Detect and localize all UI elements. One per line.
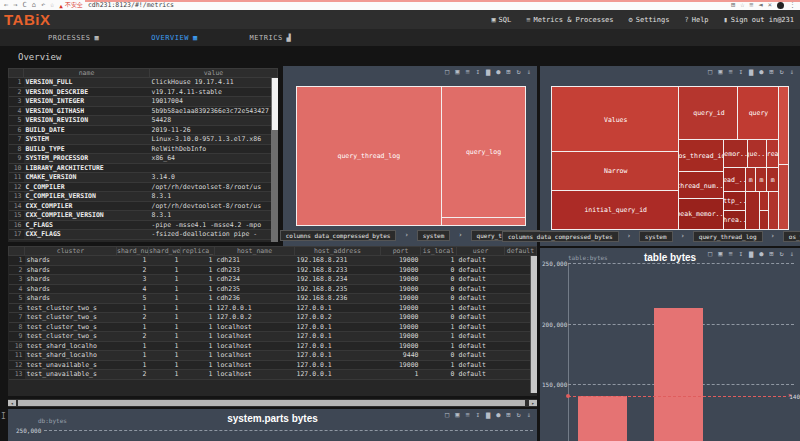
table-row[interactable]: 13C_COMPILER_VERSION8.3.1 xyxy=(9,192,278,202)
scrollbar-thumb[interactable] xyxy=(18,400,525,406)
column-header[interactable]: shard_we xyxy=(149,247,181,256)
back-icon[interactable]: ← xyxy=(4,0,8,10)
table-row[interactable]: 9test_cluster_two_s211localhost127.0.0.1… xyxy=(9,332,537,342)
table-row[interactable]: 1shards111cdh231192.168.8.231190001defau… xyxy=(9,256,537,266)
column-header[interactable]: value xyxy=(150,69,278,78)
treemap-cell[interactable]: m xyxy=(756,168,767,192)
chart-type-icon[interactable]: ▆ xyxy=(749,68,753,76)
table-row[interactable]: 3shards311cdh234192.168.8.234190000defau… xyxy=(9,275,537,285)
treemap-cell[interactable] xyxy=(760,192,769,210)
breadcrumb-item[interactable]: columns data_compressed_bytes xyxy=(502,231,619,242)
table-row[interactable]: 11test_shard_localho111localhost127.0.0.… xyxy=(9,351,537,361)
column-header[interactable]: is_local xyxy=(421,247,457,256)
treemap-cell[interactable]: query_thread_log xyxy=(297,87,441,225)
treemap-cell[interactable]: os_thread_id xyxy=(679,140,724,173)
treemap-cell[interactable]: read_... xyxy=(724,168,745,192)
treemap-cell[interactable]: threa... xyxy=(724,211,745,229)
table-row[interactable]: 5shards511cdh236192.168.8.236190000defau… xyxy=(9,294,537,304)
pin-icon[interactable]: ▣ xyxy=(718,68,722,76)
treemap-cell[interactable]: peak_memor... xyxy=(679,199,724,229)
treemap-cell[interactable]: m xyxy=(746,168,757,192)
bar[interactable] xyxy=(578,396,627,441)
table-row[interactable]: 4VERSION_GITHASH5b9b58ae1aa8392366e3c72e… xyxy=(9,106,278,116)
table-row[interactable]: 15CXX_COMPILER_VERSION8.3.1 xyxy=(9,211,278,221)
treemap-cell[interactable]: Values xyxy=(552,87,679,152)
scrollbar-thumb[interactable] xyxy=(272,78,278,130)
treemap-cell[interactable]: query_id xyxy=(679,87,738,140)
treemap-cell[interactable]: http_... xyxy=(724,192,745,210)
table-row[interactable]: 1VERSION_FULLClickHouse 19.17.4.11 xyxy=(9,78,278,88)
scroll-left-arrow[interactable]: ◂ xyxy=(8,400,16,406)
table-row[interactable]: 13test_unavailable_s211localhost127.0.0.… xyxy=(9,370,537,380)
table-row[interactable]: 17CXX_FLAGS-fsized-deallocation pipe - xyxy=(9,230,278,240)
breadcrumb-item[interactable]: query_thread_log xyxy=(693,231,763,242)
table-row[interactable]: 7test_cluster_two_s211127.0.0.2127.0.0.2… xyxy=(9,313,537,323)
table-row[interactable]: 16C_FLAGS-pipe -msse4.1 -msse4.2 -mpo xyxy=(9,220,278,230)
download-icon[interactable]: ⇓ xyxy=(790,68,794,76)
table-row[interactable]: 8BUILD_TYPERelWithDebInfo xyxy=(9,144,278,154)
menu-metrics-processes[interactable]: ≡ Metrics & Processes xyxy=(526,16,613,24)
scroll-right-arrow[interactable]: ▸ xyxy=(529,400,537,406)
download-icon[interactable]: ⇓ xyxy=(527,68,531,76)
server-info-table[interactable]: namevalue1VERSION_FULLClickHouse 19.17.4… xyxy=(8,68,278,240)
table-row[interactable]: 9SYSTEM_PROCESSORx86_64 xyxy=(9,154,278,164)
treemap-cell[interactable]: query_log xyxy=(442,87,525,217)
export-icon[interactable]: ↧ xyxy=(739,68,743,76)
home-icon[interactable]: ⌂ xyxy=(32,0,36,10)
theme-icon[interactable]: ● xyxy=(759,68,763,76)
breadcrumb-item[interactable]: system xyxy=(639,231,673,242)
treemap-cell[interactable]: m xyxy=(767,168,779,192)
table-row[interactable]: 10test_shard_localho111localhost127.0.0.… xyxy=(9,341,537,351)
pin-icon[interactable]: ▣ xyxy=(455,68,459,76)
refresh-icon[interactable]: ↻ xyxy=(780,68,784,76)
tab-processes[interactable]: PROCESSES ▦ xyxy=(48,34,99,42)
table-row[interactable]: 4shards411cdh235192.168.8.235190000defau… xyxy=(9,284,537,294)
treemap-cell[interactable] xyxy=(746,192,760,229)
refresh-icon[interactable]: ↻ xyxy=(517,68,521,76)
column-header[interactable]: default xyxy=(505,247,537,256)
treemap-cell[interactable]: query xyxy=(738,87,778,140)
column-header[interactable]: shard_nu xyxy=(117,247,149,256)
table-bytes-chart[interactable]: 250,000200,000150,000➤140 xyxy=(540,248,800,441)
table-row[interactable]: 11CMAKE_VERSION3.14.0 xyxy=(9,173,278,183)
table-row[interactable]: 12C_COMPILER/opt/rh/devtoolset-8/root/us xyxy=(9,182,278,192)
tabix-logo[interactable]: TABiX xyxy=(0,11,50,28)
copy-data-icon[interactable]: ≡ xyxy=(465,68,469,76)
treemap-cell[interactable] xyxy=(779,165,788,229)
treemap-cell[interactable]: memor... xyxy=(724,140,748,168)
bookmark-star-icon[interactable]: ☆ xyxy=(50,0,54,10)
table-row[interactable]: 12test_unavailable_s111localhost127.0.0.… xyxy=(9,360,537,370)
forward-icon[interactable]: → xyxy=(13,0,17,10)
profile-avatar[interactable] xyxy=(777,2,784,9)
security-warning[interactable]: ▲ 不安全 xyxy=(59,1,83,10)
menu-settings[interactable]: ⚙ Settings xyxy=(629,16,670,24)
export-icon[interactable]: ↧ xyxy=(476,68,480,76)
column-header[interactable]: user xyxy=(457,247,505,256)
server-table-scrollbar[interactable] xyxy=(271,78,278,242)
reload-icon[interactable]: C xyxy=(22,0,26,10)
column-header[interactable]: cluster xyxy=(25,247,117,256)
history-icon[interactable]: ↶ xyxy=(41,0,45,10)
clusters-table-scrollbar[interactable] xyxy=(530,256,537,393)
table-row[interactable]: 3VERSION_INTEGER19017004 xyxy=(9,97,278,107)
treemap-cell[interactable] xyxy=(779,87,788,165)
tab-overview[interactable]: OVERVIEW ▦ xyxy=(151,34,197,42)
table-row[interactable]: 7SYSTEMLinux-3.10.0-957.1.3.el7.x86 xyxy=(9,135,278,145)
treemap-cell[interactable] xyxy=(769,192,778,229)
address-bar[interactable]: cdh231:8123/#!/metrics xyxy=(88,1,174,9)
maximize-icon[interactable]: □ xyxy=(445,68,449,76)
treemap-cell[interactable]: initial_query_id xyxy=(552,191,679,229)
table-row[interactable]: 2shards211cdh233192.168.8.233190000defau… xyxy=(9,265,537,275)
scrollbar-thumb[interactable] xyxy=(531,256,537,393)
horizontal-scrollbar[interactable]: ◂ ▸ xyxy=(8,399,537,407)
tab-metrics[interactable]: METRICS ▟ xyxy=(250,34,292,42)
table-row[interactable]: 6BUILD_DATE2019-11-26 xyxy=(9,125,278,135)
breadcrumb-item[interactable]: os_thread_id xyxy=(783,231,800,242)
treemap-cell[interactable]: thread_num... xyxy=(679,172,724,199)
table-row[interactable]: 2VERSION_DESCRIBEv19.17.4.11-stable xyxy=(9,87,278,97)
table-row[interactable]: 6test_cluster_two_s111127.0.0.1127.0.0.1… xyxy=(9,303,537,313)
menu-sign-out[interactable]: ▮ Sign out in@231 xyxy=(724,16,794,24)
column-header[interactable]: host_name xyxy=(215,247,295,256)
treemap-cell[interactable]: Narrow xyxy=(552,152,679,190)
menu-sql[interactable]: ▣ SQL xyxy=(491,16,511,24)
